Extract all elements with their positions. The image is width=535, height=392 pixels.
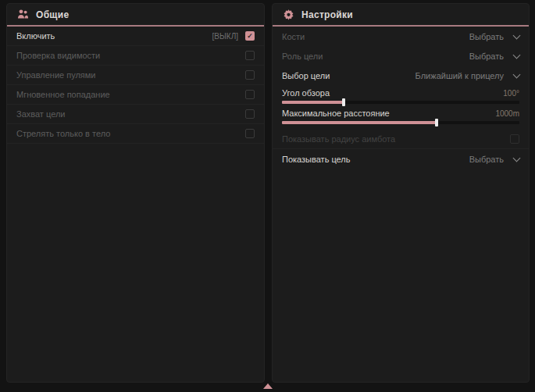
row-show-aimbot-radius: Показывать радиус аимбота: [273, 130, 529, 149]
panel-general: Общие Включить [ВЫКЛ] ✓ Проверка видимос…: [6, 3, 265, 383]
panel-general-title: Общие: [36, 9, 69, 20]
max-distance-slider[interactable]: [282, 121, 519, 124]
row-target-lock-label: Захват цели: [16, 109, 65, 119]
row-instant-hit[interactable]: Мгновенное попадание: [7, 85, 264, 105]
chevron-down-icon: [513, 70, 521, 78]
row-enable-state: [ВЫКЛ]: [212, 32, 238, 41]
chevron-down-icon: [513, 31, 521, 39]
row-fov-label: Угол обзора: [282, 88, 330, 98]
general-rows: Включить [ВЫКЛ] ✓ Проверка видимости Упр…: [7, 27, 264, 144]
target-role-dropdown[interactable]: Выбрать: [469, 52, 519, 61]
checkmark-icon: ✓: [247, 33, 253, 40]
body-only-checkbox[interactable]: [245, 129, 255, 138]
row-show-aimbot-radius-label: Показывать радиус аимбота: [282, 134, 395, 144]
row-max-distance-label: Максимальное расстояние: [282, 109, 390, 118]
users-icon: [17, 9, 29, 20]
row-max-distance: Максимальное расстояние 1000m: [273, 105, 529, 126]
fov-value: 100°: [503, 89, 519, 98]
show-target-dropdown-value: Выбрать: [469, 155, 504, 164]
instant-hit-checkbox[interactable]: [245, 90, 255, 99]
row-bullet-control[interactable]: Управление пулями: [7, 66, 264, 85]
row-instant-hit-label: Мгновенное попадание: [16, 90, 110, 99]
max-distance-slider-fill: [282, 121, 437, 124]
gear-icon: [283, 9, 294, 20]
row-fov: Угол обзора 100°: [273, 85, 529, 105]
show-aimbot-radius-checkbox[interactable]: [510, 134, 519, 144]
max-distance-value: 1000m: [495, 109, 519, 118]
row-target-select-label: Выбор цели: [282, 71, 330, 80]
panel-settings-header: Настройки: [273, 4, 529, 25]
enable-checkbox[interactable]: ✓: [245, 31, 255, 41]
row-target-select: Выбор цели Ближайший к прицелу: [273, 66, 529, 85]
row-show-target-label: Показывать цель: [282, 155, 351, 164]
target-select-dropdown-value: Ближайший к прицелу: [416, 71, 504, 80]
bullet-control-checkbox[interactable]: [245, 70, 255, 80]
chevron-down-icon: [513, 51, 521, 59]
target-lock-checkbox[interactable]: [245, 109, 255, 119]
row-body-only[interactable]: Стрелять только в тело: [7, 124, 264, 144]
bones-dropdown-value: Выбрать: [469, 32, 504, 41]
row-bones-label: Кости: [282, 32, 305, 41]
panel-settings: Настройки Кости Выбрать Роль цели Выбрат…: [272, 3, 530, 383]
resize-triangle-icon[interactable]: [263, 383, 273, 389]
row-body-only-label: Стрелять только в тело: [16, 129, 110, 138]
row-target-role-label: Роль цели: [282, 52, 323, 61]
show-target-dropdown[interactable]: Выбрать: [469, 155, 519, 164]
panel-settings-title: Настройки: [301, 9, 353, 20]
fov-slider-handle[interactable]: [342, 98, 345, 106]
fov-slider[interactable]: [282, 101, 519, 104]
row-enable-label: Включить: [16, 31, 55, 41]
fov-slider-fill: [282, 101, 344, 104]
max-distance-slider-handle[interactable]: [435, 119, 438, 127]
chevron-down-icon: [513, 154, 521, 162]
row-show-target: Показывать цель Выбрать: [273, 149, 529, 169]
row-visibility-check[interactable]: Проверка видимости: [7, 46, 264, 66]
target-select-dropdown[interactable]: Ближайший к прицелу: [416, 71, 519, 80]
visibility-check-checkbox[interactable]: [245, 51, 255, 60]
panel-general-header: Общие: [7, 4, 264, 25]
row-target-role: Роль цели Выбрать: [273, 46, 529, 66]
settings-rows: Кости Выбрать Роль цели Выбрать Выбор це…: [273, 27, 529, 169]
row-target-lock[interactable]: Захват цели: [7, 105, 264, 124]
bones-dropdown[interactable]: Выбрать: [469, 32, 519, 41]
row-visibility-check-label: Проверка видимости: [16, 51, 100, 60]
target-role-dropdown-value: Выбрать: [469, 52, 504, 61]
row-enable[interactable]: Включить [ВЫКЛ] ✓: [7, 27, 264, 46]
row-bones: Кости Выбрать: [273, 27, 529, 46]
row-bullet-control-label: Управление пулями: [16, 70, 96, 80]
